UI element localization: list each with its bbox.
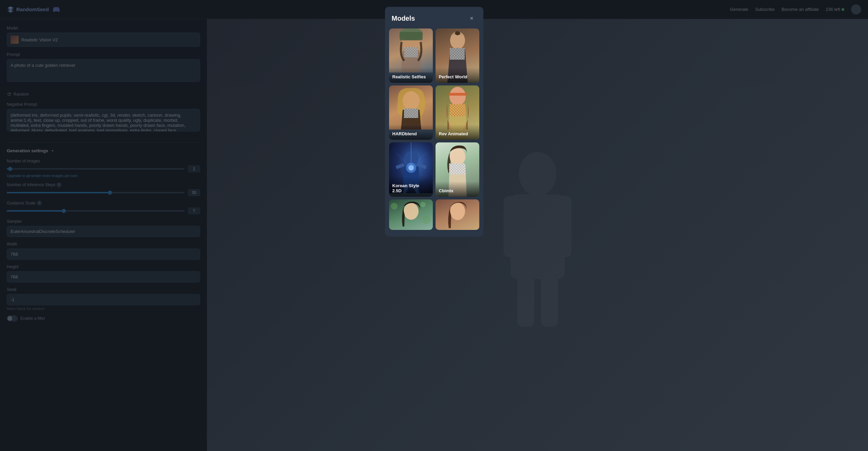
model-card-hardblend[interactable]: HARDblend	[389, 85, 433, 140]
model-card-hardblend-label: HARDblend	[389, 124, 433, 140]
model-card-7[interactable]	[389, 199, 433, 230]
censor-block3	[404, 109, 418, 118]
censor-block	[404, 47, 418, 57]
modal-title: Models	[392, 15, 415, 22]
models-modal: Models ×	[385, 7, 483, 237]
svg-point-11	[455, 31, 460, 35]
model-card-cbimix-label: Cbimix	[436, 181, 479, 197]
model-card-7-img	[389, 199, 433, 230]
model-card-rev-animated[interactable]: Rev Animated	[436, 85, 479, 140]
model-card-cbimix[interactable]: Cbimix	[436, 142, 479, 197]
svg-point-26	[450, 148, 465, 165]
censor-block6	[449, 163, 465, 174]
model-card-perfect-world-label: Perfect World	[436, 67, 479, 83]
models-grid: Realistic Selfies	[385, 28, 483, 230]
censor-block2	[450, 48, 465, 60]
model-card-8[interactable]	[436, 199, 479, 230]
model-card-hardblend-img	[389, 85, 433, 130]
svg-rect-22	[418, 163, 427, 169]
model-card-8-img	[436, 199, 479, 230]
svg-point-30	[422, 216, 430, 224]
svg-point-28	[391, 203, 398, 210]
figure-svg8	[436, 199, 479, 230]
model-card-realistic-selfies-label: Realistic Selfies	[389, 67, 433, 83]
svg-point-27	[404, 203, 419, 220]
svg-point-13	[403, 91, 420, 110]
model-card-korean-style-label: Korean Style 2.5D	[389, 176, 433, 197]
model-card-rev-animated-label: Rev Animated	[436, 124, 479, 140]
figure-svg7	[389, 199, 433, 230]
svg-point-31	[450, 202, 465, 220]
modal-overlay[interactable]: Models ×	[0, 0, 868, 451]
svg-point-29	[420, 202, 426, 207]
model-card-perfect-world[interactable]: Perfect World	[436, 28, 479, 83]
svg-point-15	[449, 87, 466, 106]
model-card-realistic-selfies-img	[389, 28, 433, 73]
model-card-korean-style[interactable]: Korean Style 2.5D	[389, 142, 433, 197]
figure-svg3	[389, 85, 433, 130]
censor-block4	[450, 104, 465, 116]
modal-header: Models ×	[385, 7, 483, 28]
svg-rect-16	[448, 93, 467, 96]
svg-rect-21	[396, 163, 405, 169]
svg-rect-9	[400, 32, 423, 40]
modal-close-button[interactable]: ×	[467, 14, 477, 23]
model-card-realistic-selfies[interactable]: Realistic Selfies	[389, 28, 433, 83]
